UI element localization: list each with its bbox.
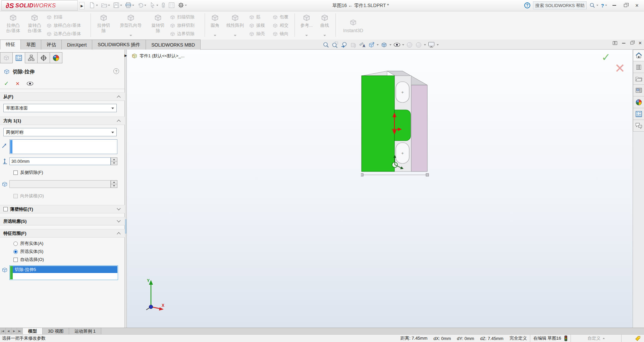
resize-handle[interactable] [361, 174, 429, 176]
auto-select-checkbox-row[interactable]: 自动选择(O) [13, 257, 44, 263]
section-view-button[interactable] [349, 41, 357, 49]
section-direction1[interactable]: 方向 1(1) [0, 117, 125, 125]
swept-boss-button[interactable]: 扫描 [46, 13, 62, 21]
from-dropdown[interactable]: 草图基准面 [3, 104, 117, 112]
home-tab-button[interactable] [633, 50, 644, 61]
revolved-cut-button[interactable]: 旋转切除 [148, 13, 168, 39]
tab-sw-addins[interactable]: SOLIDWORKS 插件 [92, 40, 146, 50]
swept-cut-button[interactable]: 扫描切除 [170, 13, 195, 21]
tab-dimxpert[interactable]: DimXpert [61, 40, 92, 50]
splitter-grip[interactable] [125, 219, 126, 233]
zoom-to-area-button[interactable] [331, 41, 339, 49]
first-tab-button[interactable]: |◀ [0, 328, 6, 334]
selected-bodies-radio-row[interactable]: 所选实体(S) [13, 249, 43, 255]
print-button[interactable] [124, 1, 135, 9]
tags-button[interactable] [622, 336, 644, 341]
close-button[interactable]: ✕ [633, 2, 641, 9]
tab-sw-mbd[interactable]: SOLIDWORKS MBD [146, 40, 201, 50]
wrap-button[interactable]: 包覆 [272, 13, 288, 21]
cancel-button[interactable]: ✕ [15, 81, 20, 87]
confirmation-cancel-icon[interactable]: ✕ [614, 61, 625, 76]
open-button[interactable] [100, 1, 111, 9]
new-document-button[interactable] [88, 1, 99, 9]
mirror-button[interactable]: 镜向 [272, 30, 288, 38]
doc-close-button[interactable]: ✕ [638, 41, 642, 45]
chevron-down-icon[interactable] [129, 35, 132, 36]
tab-features[interactable]: 特征 [0, 40, 21, 50]
chevron-down-icon[interactable] [323, 35, 326, 36]
minimize-button[interactable] [610, 2, 619, 9]
options-button[interactable] [177, 1, 188, 9]
direction-selection-box[interactable] [9, 139, 117, 154]
rib-button[interactable]: 筋 [249, 13, 261, 21]
part-model[interactable]: + + [361, 70, 432, 181]
extruded-boss-button[interactable]: 拉伸凸台/基体 [3, 13, 23, 39]
chevron-down-icon[interactable] [424, 44, 426, 46]
previous-view-button[interactable] [340, 41, 348, 49]
lofted-cut-button[interactable]: 放样切割 [170, 22, 195, 29]
hide-show-items-button[interactable] [393, 41, 401, 49]
doc-minimize-button[interactable] [622, 43, 626, 44]
view-palette-button[interactable] [633, 85, 644, 96]
feature-tree-flyout[interactable]: 零件1 (默认<<默认>_... [131, 53, 184, 59]
custom-properties-button[interactable] [633, 108, 644, 120]
tab-propertymanager[interactable] [12, 52, 25, 63]
bodies-selection-list[interactable]: 切除-拉伸5 [9, 265, 118, 280]
help-circle-icon[interactable]: ? [524, 2, 530, 8]
shell-button[interactable]: 抽壳 [249, 30, 265, 38]
tab-motion-study[interactable]: 运动算例 1 [69, 328, 101, 334]
sketch-visibility-button[interactable] [358, 41, 366, 49]
all-bodies-radio-row[interactable]: 所有实体(A) [13, 241, 43, 247]
chevron-down-icon[interactable] [305, 35, 308, 36]
apply-scene-button[interactable] [415, 41, 423, 49]
tab-sketch[interactable]: 草图 [20, 40, 41, 50]
flip-side-checkbox-row[interactable]: 反侧切除(F) [13, 169, 43, 176]
last-tab-button[interactable]: ▶| [17, 328, 23, 334]
preview-eye-button[interactable] [26, 81, 34, 86]
radio-selected-icon[interactable] [13, 250, 18, 254]
section-feature-scope[interactable]: 特征范围(F) [0, 229, 125, 237]
forum-button[interactable] [633, 120, 644, 132]
menu-flyout-arrow-icon[interactable]: ▶ [79, 2, 85, 9]
section-selected-contours[interactable]: 所选轮廓(S) [0, 217, 125, 225]
save-button[interactable] [112, 1, 123, 9]
boundary-boss-button[interactable]: 边界凸台/基体 [46, 30, 81, 38]
depth-spinner[interactable] [111, 157, 117, 165]
checkbox-icon[interactable] [13, 170, 18, 175]
search-button[interactable] [589, 2, 598, 8]
checkbox-icon[interactable] [13, 258, 18, 262]
tab-model[interactable]: 模型 [23, 328, 43, 334]
display-style-button[interactable] [380, 41, 388, 49]
radio-icon[interactable] [13, 242, 18, 246]
split-pane-icon[interactable] [613, 41, 617, 45]
intersect-button[interactable]: 相交 [272, 22, 288, 29]
zoom-to-fit-button[interactable] [322, 41, 330, 49]
depth-input[interactable] [9, 157, 111, 165]
end-condition-dropdown[interactable]: 两侧对称 [3, 128, 117, 136]
extruded-cut-button[interactable]: 拉伸切除 [93, 13, 114, 39]
graphics-viewport[interactable]: 零件1 (默认<<默认>_... ✓ ✕ + + [127, 50, 633, 328]
design-library-button[interactable] [633, 61, 644, 73]
ok-button[interactable]: ✓ [4, 80, 9, 87]
next-tab-button[interactable]: ▶ [11, 328, 17, 334]
file-explorer-button[interactable] [633, 73, 644, 85]
chevron-down-icon[interactable] [214, 35, 216, 36]
status-unit-system[interactable]: 自定义 [571, 335, 621, 341]
search-input[interactable] [533, 1, 587, 9]
chevron-down-icon[interactable] [234, 35, 236, 36]
tab-displaymanager[interactable] [50, 52, 62, 63]
help-icon[interactable]: ? [113, 68, 119, 74]
undo-button[interactable] [136, 1, 147, 9]
draft-button[interactable]: 拔模 [249, 22, 265, 29]
edit-appearance-button[interactable] [406, 41, 414, 49]
section-thin-feature[interactable]: 薄壁特征(T) [0, 205, 125, 213]
tab-evaluate[interactable]: 评估 [41, 40, 62, 50]
restore-button[interactable] [621, 2, 630, 9]
prev-tab-button[interactable]: ◀ [6, 328, 11, 334]
appearances-button[interactable] [633, 96, 644, 108]
tab-dimxpertmanager[interactable] [37, 52, 50, 63]
chevron-down-icon[interactable] [402, 44, 404, 46]
instant3d-button[interactable]: Instant3D [338, 13, 368, 39]
doc-restore-button[interactable] [631, 42, 634, 44]
checkbox-icon[interactable] [3, 207, 8, 211]
